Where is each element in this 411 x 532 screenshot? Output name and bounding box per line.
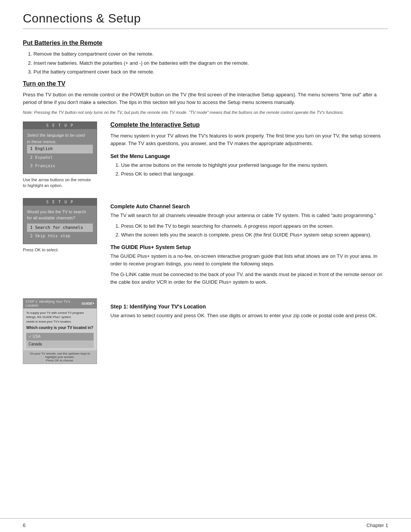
turn-on-heading: Turn on the TV [23, 80, 388, 87]
setup-screen-1-text: Select the language to be usedin these m… [27, 132, 93, 145]
set-menu-language-list: Use the arrow buttons on the remote to h… [121, 161, 388, 178]
setup-screen-2-text: Would you like the TV to searchfor all a… [27, 209, 93, 221]
setup-screen-2-caption: Press OK to select. [23, 247, 99, 253]
batteries-list: Remove the battery compartment cover on … [33, 50, 388, 76]
setup-screen-2-col: S E T U P Would you like the TV to searc… [23, 198, 99, 253]
footer-chapter: Chapter 1 [366, 522, 388, 528]
auto-channel-right-col: Complete Auto Channel Search The TV will… [110, 198, 388, 289]
guide-screen-body: To supply your TV with correct TV progra… [23, 308, 97, 350]
page-title: Connections & Setup [23, 11, 388, 26]
turn-on-section: Turn on the TV Press the TV button on th… [23, 80, 388, 116]
guide-plus-body2: The G-LINK cable must be connected to th… [110, 271, 388, 286]
guide-supply-text: To supply your TV with correct TV progra… [26, 311, 94, 324]
interactive-setup-heading: Complete the Interactive Setup [110, 121, 388, 128]
setup-menu-item-3: 3 Français [27, 162, 93, 171]
step1-right-col: Step 1: Identifying Your TV's Location U… [110, 298, 388, 323]
auto-channel-step-1: Press OK to tell the TV to begin searchi… [121, 222, 388, 230]
guide-option-2: Canada [26, 340, 94, 348]
auto-channel-step-2: When the screen tells you the search is … [121, 231, 388, 239]
step1-heading: Step 1: Identifying Your TV's Location [110, 304, 388, 310]
interactive-setup-body: The menu system in your TV allows the TV… [110, 132, 388, 147]
batteries-step-2: Insert new batteries. Match the polariti… [33, 59, 388, 67]
setup-screen-1-body: Select the language to be usedin these m… [23, 129, 97, 174]
set-menu-step-2: Press OK to select that language. [121, 170, 388, 178]
setup-menu-item-1: 1 English [27, 145, 93, 153]
setup-screen-2: S E T U P Would you like the TV to searc… [23, 198, 97, 244]
turn-on-note: Note: Pressing the TV button not only tu… [23, 109, 388, 116]
turn-on-body: Press the TV button on the remote contro… [23, 91, 388, 106]
guide-screen-header: STEP 1: Identifying Your TV's Location G… [23, 299, 97, 308]
guide-plus-heading: The GUIDE Plus+ System Setup [110, 244, 388, 250]
step1-body: Use arrows to select country and press O… [110, 312, 388, 320]
auto-menu-item-2: 2 Skip this step [27, 232, 93, 241]
guide-logo: GUIDE+ [81, 302, 94, 305]
interactive-setup-top-row: S E T U P Select the language to be used… [23, 121, 388, 189]
setup-screen-1-title: S E T U P [23, 122, 97, 129]
page-wrapper: Connections & Setup Put Batteries in the… [0, 0, 411, 514]
guide-plus-body1: The GUIDE Plus+ system is a no-fee, on-s… [110, 252, 388, 268]
guide-option-1: ✓ USA [26, 333, 94, 340]
setup-screen-2-title: S E T U P [23, 198, 97, 206]
batteries-heading: Put Batteries in the Remote [23, 40, 388, 46]
setup-menu-item-2: 2 Español [27, 153, 93, 162]
auto-menu-item-1: 1 Search for channels [27, 224, 93, 232]
auto-channel-row: S E T U P Would you like the TV to searc… [23, 198, 388, 289]
auto-channel-body1: The TV will search for all channels view… [110, 212, 388, 219]
interactive-setup-right-col: Complete the Interactive Setup The menu … [110, 121, 388, 182]
auto-channel-heading: Complete Auto Channel Search [110, 203, 388, 209]
set-menu-language-heading: Set the Menu Language [110, 153, 388, 159]
interactive-setup-section: S E T U P Select the language to be used… [23, 121, 388, 367]
batteries-step-3: Put the battery compartment cover back o… [33, 68, 388, 76]
set-menu-step-1: Use the arrow buttons on the remote to h… [121, 161, 388, 169]
setup-screen-1-col: S E T U P Select the language to be used… [23, 121, 99, 189]
guide-footer: On your TV remote, use the up/down keys … [23, 350, 97, 364]
page-footer: 6 Chapter 1 [0, 518, 411, 532]
setup-screen-2-body: Would you like the TV to searchfor all a… [23, 206, 97, 244]
guide-question: Which country is your TV located in? [26, 325, 94, 331]
title-rule [23, 29, 388, 29]
batteries-step-1: Remove the battery compartment cover on … [33, 50, 388, 58]
setup-screen-1: S E T U P Select the language to be used… [23, 121, 97, 174]
footer-page-number: 6 [23, 522, 25, 528]
guide-step-label: STEP 1: Identifying Your TV's Location [25, 300, 81, 307]
setup-screen-1-caption: Use the arrow buttons on the remoteto hi… [23, 177, 99, 189]
guide-screen-row: STEP 1: Identifying Your TV's Location G… [23, 298, 388, 367]
batteries-section: Put Batteries in the Remote Remove the b… [23, 40, 388, 76]
guide-screen-col: STEP 1: Identifying Your TV's Location G… [23, 298, 99, 367]
auto-channel-list: Press OK to tell the TV to begin searchi… [121, 222, 388, 239]
guide-screen: STEP 1: Identifying Your TV's Location G… [23, 298, 97, 364]
